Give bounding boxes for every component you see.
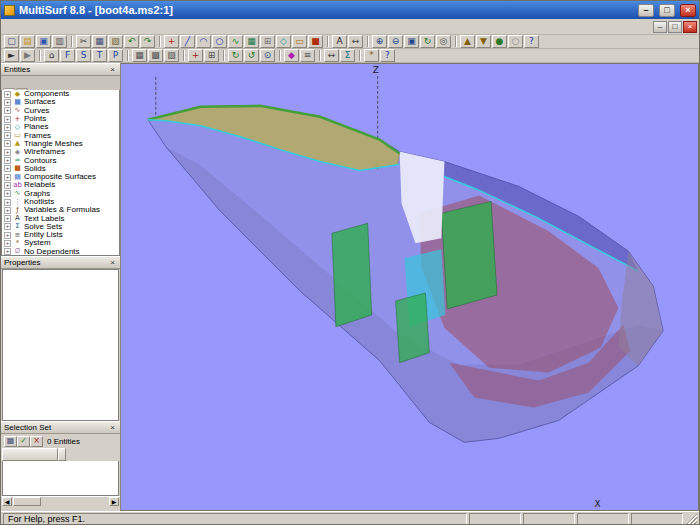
zoom-fit-icon[interactable]: ▣ [404,35,419,48]
open-icon[interactable]: ▤ [20,35,35,48]
selection-set-close-icon[interactable]: × [108,423,117,432]
green-bulkhead-left[interactable] [332,223,372,327]
help-icon[interactable]: ? [524,35,539,48]
layers-icon[interactable]: ≡ [300,49,315,62]
menu-item-tools[interactable] [87,26,99,28]
measure-2-icon[interactable]: ↔ [324,49,339,62]
expander-icon[interactable]: + [4,91,11,98]
view-perspective-icon[interactable]: P [108,49,123,62]
line-icon[interactable]: ╱ [180,35,195,48]
paste-icon[interactable]: ▧ [108,35,123,48]
scroll-right-icon[interactable]: ▶ [109,497,119,506]
help-2-icon[interactable]: ? [380,49,395,62]
tree-item-entity-lists[interactable]: + ≡ Entity Lists [2,231,119,239]
selection-clear-icon[interactable]: × [30,436,43,447]
window-maximize-button[interactable]: □ [659,4,675,17]
show-icon[interactable]: ● [492,35,507,48]
tree-item-knotlists[interactable]: + ⋮ Knotlists [2,198,119,206]
view-top-icon[interactable]: T [92,49,107,62]
copy-icon[interactable]: ▦ [92,35,107,48]
tree-item-frames[interactable]: + ▭ Frames [2,131,119,139]
tree-item-solve-sets[interactable]: + Σ Solve Sets [2,223,119,231]
view-front-icon[interactable]: F [60,49,75,62]
menu-item-insert[interactable] [39,26,51,28]
transparent-mode-icon[interactable]: ▨ [164,49,179,62]
tree-item-contours[interactable]: + ≈ Contours [2,156,119,164]
save-icon[interactable]: ▣ [36,35,51,48]
expander-icon[interactable]: + [4,190,11,197]
select-pointer-icon[interactable]: ► [4,49,19,62]
rotate-cw-icon[interactable]: ↻ [228,49,243,62]
undo-icon[interactable]: ↶ [124,35,139,48]
curve-icon[interactable]: ∿ [228,35,243,48]
expander-icon[interactable]: + [4,99,11,106]
menu-item-query[interactable] [75,26,87,28]
print-icon[interactable]: ▥ [52,35,67,48]
select-all-icon[interactable]: ▶ [20,49,35,62]
expander-icon[interactable]: + [4,232,11,239]
tree-item-solids[interactable]: + ■ Solids [2,165,119,173]
settings-icon[interactable]: * [364,49,379,62]
shaded-mode-icon[interactable]: ▩ [148,49,163,62]
selection-horizontal-scrollbar[interactable]: ◀ ▶ [1,496,120,506]
document-restore-button[interactable]: □ [668,21,682,33]
column-header-name[interactable] [2,448,58,461]
entities-close-icon[interactable]: × [108,65,117,74]
rotate-ccw-icon[interactable]: ↺ [244,49,259,62]
zoom-out-icon[interactable]: ⊖ [388,35,403,48]
tree-item-variables-formulas[interactable]: + ƒ Variables & Formulas [2,206,119,214]
selection-check-icon[interactable]: ✓ [17,436,30,447]
zoom-in-icon[interactable]: ⊕ [372,35,387,48]
new-icon[interactable]: ▢ [4,35,19,48]
window-close-button[interactable]: × [680,4,696,17]
circle-icon[interactable]: ○ [212,35,227,48]
scroll-thumb[interactable] [13,497,41,506]
zoom-previous-icon[interactable]: ⊙ [260,49,275,62]
expander-icon[interactable]: + [4,149,11,156]
expander-icon[interactable]: + [4,215,11,222]
rotate-view-icon[interactable]: ↻ [420,35,435,48]
grid-icon[interactable]: ⊞ [204,49,219,62]
expander-icon[interactable]: + [4,165,11,172]
measure-icon[interactable]: ↔ [348,35,363,48]
solid-icon[interactable]: ■ [308,35,323,48]
children-icon[interactable]: ▼ [476,35,491,48]
expander-icon[interactable]: + [4,182,11,189]
tree-item-components[interactable]: + ◆ Components [2,90,119,98]
menu-item-help[interactable] [111,26,123,28]
tree-item-triangle-meshes[interactable]: + ▲ Triangle Meshes [2,140,119,148]
text-label-icon[interactable]: A [332,35,347,48]
tree-item-composite-surfaces[interactable]: + ▤ Composite Surfaces [2,173,119,181]
tree-item-surfaces[interactable]: + ▦ Surfaces [2,98,119,106]
model-canvas[interactable]: Z X [121,64,698,510]
pan-view-icon[interactable]: ◎ [436,35,451,48]
tree-item-text-labels[interactable]: + A Text Labels [2,214,119,222]
tree-item-graphs[interactable]: + ∿ Graphs [2,190,119,198]
view-side-icon[interactable]: S [76,49,91,62]
menu-item-edit[interactable] [15,26,27,28]
tree-item-system[interactable]: + * System [2,239,119,247]
scroll-left-icon[interactable]: ◀ [2,497,12,506]
expander-icon[interactable]: + [4,140,11,147]
expander-icon[interactable]: + [4,107,11,114]
tree-item-planes[interactable]: + ◇ Planes [2,123,119,131]
properties-close-icon[interactable]: × [108,258,117,267]
column-header-type[interactable] [58,448,66,461]
expander-icon[interactable]: + [4,124,11,131]
point-icon[interactable]: + [164,35,179,48]
menu-item-window[interactable] [99,26,111,28]
expander-icon[interactable]: + [4,207,11,214]
expander-icon[interactable]: + [4,116,11,123]
expander-icon[interactable]: + [4,157,11,164]
arc-icon[interactable]: ◠ [196,35,211,48]
green-bulkhead-right[interactable] [441,201,497,309]
window-minimize-button[interactable]: – [638,4,654,17]
tree-item-points[interactable]: + + Points [2,115,119,123]
expander-icon[interactable]: + [4,240,11,247]
expander-icon[interactable]: + [4,174,11,181]
entity-color-icon[interactable]: ◆ [284,49,299,62]
menu-item-show-hide[interactable] [63,26,75,28]
tree-item-no-dependents[interactable]: + ∅ No Dependents [2,248,119,256]
menu-item-select[interactable] [51,26,63,28]
viewport[interactable]: Z X [121,63,699,511]
